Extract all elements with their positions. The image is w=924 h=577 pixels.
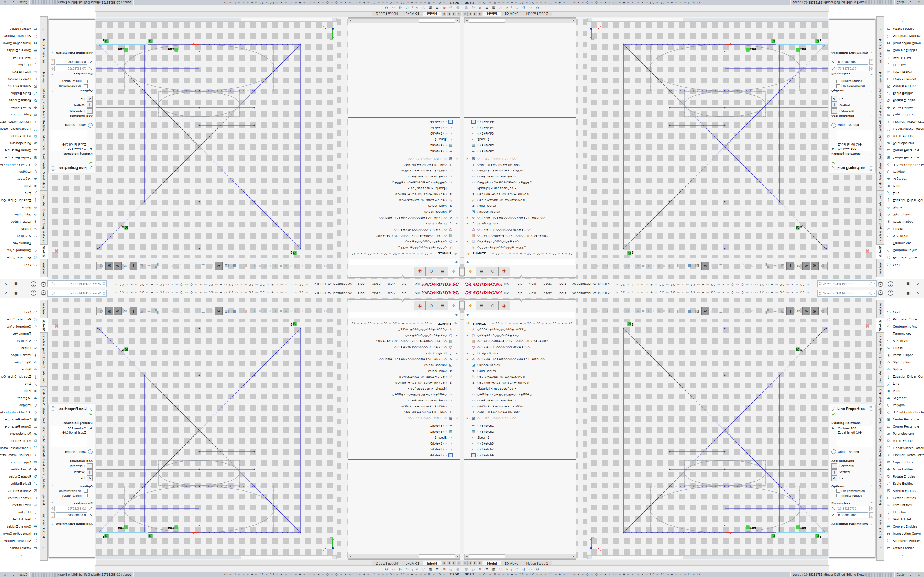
sketch-tool-item[interactable]: ▱ Parallelogram bbox=[884, 430, 924, 437]
sketch-tool-item[interactable]: ◠ 3 Point Arc bbox=[884, 233, 924, 240]
relation-badge[interactable] bbox=[124, 525, 128, 529]
cancel-sketch-icon[interactable]: ✖ bbox=[865, 248, 870, 255]
toolbar-icon[interactable]: ⊥ bbox=[199, 262, 207, 269]
toolbar-icon[interactable]: ⬢ bbox=[641, 263, 646, 269]
toolbar-icon[interactable]: ◠ bbox=[756, 308, 763, 315]
toolbar-icon[interactable]: 3D bbox=[795, 308, 802, 315]
sketch-point[interactable] bbox=[199, 374, 200, 376]
relation-item[interactable]: Equal length109 bbox=[838, 142, 872, 147]
sketch-tool-item[interactable]: ✳ Circular Sketch Pattern bbox=[884, 118, 924, 126]
document-tab[interactable]: Model bbox=[423, 11, 441, 16]
tree-horizontal-scrollbar[interactable]: ◀ ▶ bbox=[348, 554, 460, 559]
account-icon[interactable] bbox=[878, 290, 883, 296]
toolbar-icon[interactable]: ❏ bbox=[620, 308, 625, 314]
toolbar-icon[interactable]: ▨ bbox=[693, 308, 701, 315]
parameter-value-field[interactable]: 0.00000000° bbox=[837, 513, 868, 518]
sketch-tool-item[interactable]: ⊢ Extend Entities bbox=[0, 76, 40, 83]
toolbar-icon[interactable]: ✕ bbox=[748, 262, 755, 269]
toolbar-icon[interactable]: ❏ bbox=[615, 308, 620, 314]
display-tool-icon[interactable]: ▽ bbox=[420, 5, 426, 11]
tree-root-row[interactable]: ❖ TЯPDL2. ◎ ƧƐ ◎ Ш ◎ ◎ ◎ ✚ ◎ ƆС ◎ ƧƐ ◎ ✦… bbox=[464, 251, 576, 256]
more-tools-chevron-icon[interactable]: » bbox=[20, 19, 24, 24]
document-tab[interactable]: 3D Views bbox=[501, 11, 522, 16]
toolbar-icon[interactable]: ❏ bbox=[630, 308, 635, 314]
checkbox[interactable] bbox=[836, 80, 840, 83]
checkbox[interactable] bbox=[84, 489, 88, 493]
option-row[interactable]: For construction bbox=[829, 488, 875, 493]
option-row[interactable]: Infinite length bbox=[49, 493, 95, 498]
sketch-tool-item[interactable]: ✁ Trim Entities bbox=[884, 501, 924, 509]
existing-relations-header[interactable]: Existing Relations ⌃ bbox=[49, 420, 95, 425]
sketch-tool-item[interactable]: ∿ Style Spline bbox=[0, 359, 40, 366]
sketch-point[interactable] bbox=[254, 469, 255, 470]
add-relation-button[interactable]: ⚓ Fix bbox=[829, 475, 875, 481]
add-relation-button[interactable]: ⚓ Fix bbox=[49, 96, 95, 102]
option-row[interactable]: For construction bbox=[829, 84, 875, 89]
tree-row[interactable]: ▶ ▩ ○ƧƧƐИАЦ◦○◎○◦ЦАИƐƧƧ○ bbox=[348, 156, 460, 162]
display-tool-icon[interactable]: ⚙ bbox=[534, 5, 541, 11]
tree-row[interactable]: ✎ ○ƧС·∪Ж♟АШ○◎○ШАМ♟Ж∪·СƧ○ bbox=[464, 197, 576, 203]
command-tab[interactable]: Mold Tools bbox=[876, 425, 884, 443]
help-icon[interactable]: ? bbox=[869, 166, 873, 171]
toolbar-icon[interactable]: ↓ bbox=[268, 308, 273, 314]
toolbar-icon[interactable]: ◉ bbox=[105, 262, 113, 270]
toolbar-icon[interactable]: ▞ bbox=[153, 262, 161, 269]
sketch-tool-item[interactable]: ✳ Circular Sketch Pattern bbox=[0, 118, 40, 126]
tree-row[interactable]: ≡ Material < not specified > bbox=[348, 386, 460, 392]
tree-row[interactable]: ▶ ▯ Design Binder bbox=[464, 221, 576, 227]
toolbar-icon[interactable]: ◉ bbox=[105, 307, 113, 315]
toolbar-icon[interactable]: ⧉ bbox=[662, 263, 667, 269]
display-tool-icon[interactable]: ▦ bbox=[427, 5, 433, 11]
add-relations-header[interactable]: Add Relations ⌃ bbox=[829, 114, 875, 119]
display-tool-icon[interactable]: ⊾ bbox=[504, 5, 510, 11]
tree-row-sketch[interactable]: ▦ (-) Sketch6 bbox=[348, 452, 460, 458]
graphics-area[interactable]: 331091093yx bbox=[587, 17, 828, 257]
sketch-tool-item[interactable]: ✁ Trim Entities bbox=[0, 68, 40, 76]
expand-arrow-icon[interactable]: ▶ bbox=[453, 240, 460, 243]
sketch-tool-item[interactable]: ƒ Equation Driven Curve bbox=[0, 373, 40, 380]
expand-arrow-icon[interactable]: ▶ bbox=[464, 158, 471, 160]
display-tool-icon[interactable]: ⊾ bbox=[504, 566, 510, 572]
panel-tab[interactable]: ❖ bbox=[464, 301, 476, 310]
sketch-point[interactable] bbox=[825, 327, 827, 329]
sketch-tool-item[interactable]: ⧉ Mirror Entities bbox=[0, 133, 40, 140]
sketch-tool-item[interactable]: ◇ 3 Point Center Recta... bbox=[884, 409, 924, 416]
display-tool-icon[interactable]: ◷ bbox=[397, 5, 404, 11]
toolbar-icon[interactable]: ◆ bbox=[635, 263, 640, 269]
sketch-tool-item[interactable]: ◜ Sketch Fillet bbox=[884, 54, 924, 61]
expand-arrow-icon[interactable]: ▶ bbox=[453, 352, 460, 355]
toolbar-icon[interactable]: ▮ bbox=[667, 263, 672, 269]
toolbar-icon[interactable]: ▮ bbox=[252, 263, 257, 269]
expand-arrow-icon[interactable]: ▶ bbox=[453, 222, 460, 225]
toolbar-icon[interactable]: ◆ bbox=[284, 263, 289, 269]
scrollbar-thumb[interactable] bbox=[418, 554, 456, 558]
document-tab[interactable]: Motion Study 1 bbox=[522, 561, 552, 566]
sketch-tool-item[interactable]: ⇱ Stretch Entities bbox=[884, 83, 924, 90]
collapse-icon[interactable]: ⌃ bbox=[51, 485, 53, 488]
checkbox[interactable] bbox=[84, 494, 88, 497]
scroll-right-icon[interactable]: ▶ bbox=[572, 19, 575, 22]
display-tool-icon[interactable] bbox=[511, 567, 513, 571]
sketch-point[interactable] bbox=[623, 532, 624, 533]
toolbar-icon[interactable]: ◖ bbox=[787, 262, 795, 270]
parameter-value-field[interactable]: 10.88152731 bbox=[837, 66, 868, 71]
document-tab[interactable]: 3D Views bbox=[501, 561, 522, 566]
sketch-tool-item[interactable]: ◖ Partial Ellipse bbox=[0, 351, 40, 359]
add-relation-button[interactable]: — Horizontal bbox=[829, 463, 875, 469]
toolbar-icon[interactable]: ❏ bbox=[304, 263, 309, 269]
display-tool-icon[interactable]: ⚙ bbox=[534, 566, 541, 572]
tree-row[interactable]: ▶ ▯ Design Binder bbox=[348, 221, 460, 227]
tree-row[interactable]: ▥ ○ƧС✚ƐƧƧ○ИИ◉◦✚ƆСƐИƧƧ○◎○ƧƧИƐСƆ✚◦◉ИИ○ bbox=[464, 338, 576, 345]
menu-item[interactable]: File bbox=[412, 291, 423, 296]
tree-row[interactable]: ▶ A ○ƧСИИ◉◦✚А✚◉ИИА○◎○АИИ◉✚А✚◦◉ИИСƧ○ bbox=[464, 215, 576, 221]
graphics-horizontal-scrollbar[interactable] bbox=[587, 555, 828, 559]
tree-row-sketch[interactable]: ▦ (-) Sketch2 bbox=[464, 143, 576, 149]
tree-row[interactable]: ▱ ○·◉✚○✸▣○◎○▣✸○✚◉·○ bbox=[348, 398, 460, 404]
command-tab[interactable]: Data Migration bbox=[40, 86, 48, 110]
expand-arrow-icon[interactable]: ▶ bbox=[453, 334, 460, 337]
toolbar-icon[interactable]: ↓ bbox=[268, 263, 273, 269]
display-tool-icon[interactable]: ▦ bbox=[427, 566, 433, 572]
sketch-tool-item[interactable]: ∿ Spline bbox=[884, 204, 924, 211]
sketch-tool-item[interactable]: ⧉ Copy Entities bbox=[884, 459, 924, 466]
sketch-tool-item[interactable]: ▣ Center Rectangle bbox=[0, 154, 40, 161]
